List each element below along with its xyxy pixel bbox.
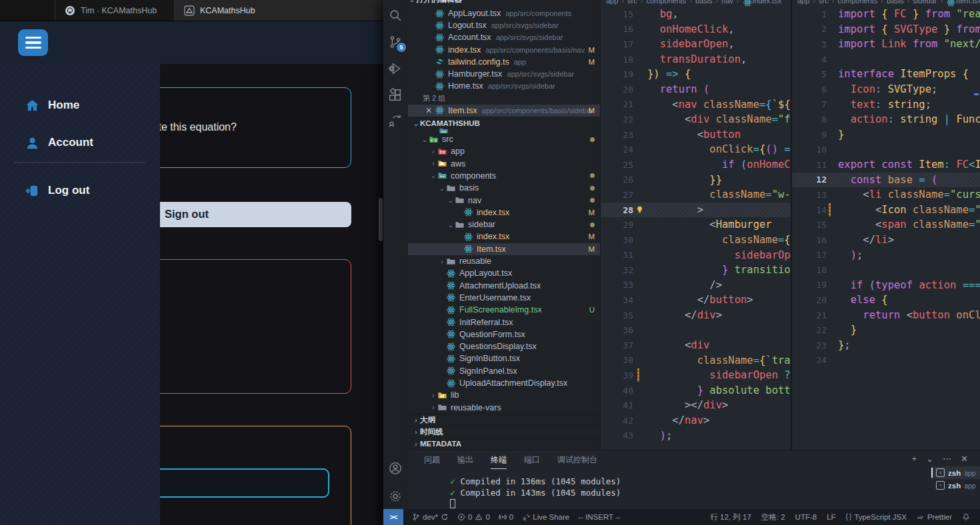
code-line[interactable]: 16 onHomeClick,	[601, 22, 791, 37]
code-line[interactable]: 13 <li className="curso	[792, 187, 980, 203]
browser-tab-github[interactable]: Tim · KCAMathsHub	[55, 0, 175, 21]
new-terminal-icon[interactable]: +	[912, 454, 917, 464]
code-line[interactable]: 31 sidebarOpen	[601, 248, 791, 263]
code-line[interactable]: 29 <Hamburger	[601, 217, 791, 233]
open-editor-item[interactable]: tailwind.config.tsappM	[408, 56, 601, 68]
breadcrumb-file[interactable]: index.tsx	[753, 0, 781, 5]
code-line[interactable]: 35 </div>	[601, 308, 791, 323]
code-line[interactable]: 24 onClick={() =>	[601, 142, 791, 157]
tree-row[interactable]: ⌄src	[408, 133, 601, 145]
code-line[interactable]: 40 } absolute botto	[601, 383, 791, 398]
code-line[interactable]: 8 action: string | Functi	[792, 112, 980, 127]
tree-row[interactable]: ⌄basis	[408, 182, 601, 194]
timeline-section[interactable]: ›时间线	[408, 426, 601, 437]
breadcrumb-item[interactable]: basis	[695, 0, 713, 5]
breadcrumb-file[interactable]: Item.tsx	[956, 0, 980, 5]
panel-tab-调试控制台[interactable]: 调试控制台	[557, 454, 597, 469]
sidebar-item-account[interactable]: Account	[0, 128, 160, 157]
git-branch-status[interactable]: dev*	[412, 513, 449, 521]
tree-row[interactable]: QuestionsDisplay.tsx	[408, 340, 601, 352]
close-panel-icon[interactable]: ✕	[961, 454, 968, 464]
code-line[interactable]: 38 className={`tran	[601, 353, 791, 368]
sidebar-item-home[interactable]: Home	[0, 91, 160, 120]
open-editor-item[interactable]: index.tsxapp/src/components/basis/navM	[408, 44, 601, 56]
code-line[interactable]: 26 }}	[601, 173, 791, 188]
code-line[interactable]: 19 if (typeof action ===	[792, 278, 980, 293]
more-actions-icon[interactable]: ⋯	[943, 454, 951, 464]
code-line[interactable]: 32 } transition	[601, 262, 791, 278]
live-share-status[interactable]: Live Share	[522, 513, 569, 521]
breadcrumb-item[interactable]: sidebar	[913, 0, 937, 5]
panel-tab-输出[interactable]: 输出	[457, 454, 473, 469]
open-editor-item[interactable]: Account.tsxapp/src/svgs/sidebar	[408, 31, 601, 43]
code-line[interactable]: 22 <div className="flex	[601, 112, 791, 127]
tree-row[interactable]: ›lib	[408, 389, 601, 401]
tree-row[interactable]: AttachmentUpload.tsx	[408, 280, 601, 292]
terminal-list-item[interactable]: ›zshapp	[931, 479, 980, 492]
close-icon[interactable]: ✕	[425, 106, 432, 115]
formatter-status[interactable]: Prettier	[917, 513, 952, 521]
project-section-header[interactable]: ⌄KCAMATHSHUB	[408, 117, 601, 129]
breadcrumb-item[interactable]: basis	[887, 0, 904, 5]
code-line[interactable]: 19}) => {	[601, 67, 791, 82]
browser-tab-app[interactable]: KCAMathsHub	[175, 0, 383, 21]
page-scrollbar[interactable]	[377, 64, 383, 525]
sidebar-item-logout[interactable]: Log out	[0, 176, 160, 205]
eol-status[interactable]: LF	[827, 513, 835, 521]
code-line[interactable]: 17 sidebarOpen,	[601, 37, 791, 52]
activity-run-debug[interactable]	[388, 61, 403, 76]
code-line[interactable]: 23};	[792, 338, 980, 353]
language-mode-status[interactable]: { } TypeScript JSX	[846, 513, 907, 521]
tree-row[interactable]: ›app	[408, 145, 601, 157]
tree-row[interactable]: FullScreenableImg.tsxU	[408, 304, 601, 316]
vim-mode-status[interactable]: -- INSERT --	[578, 513, 620, 521]
terminal-list-item[interactable]: ›zshapp	[931, 466, 980, 479]
code-line[interactable]: 15 bg,	[601, 7, 791, 22]
problems-status[interactable]: 0 0	[457, 513, 490, 521]
activity-account[interactable]	[388, 461, 403, 476]
ports-status[interactable]: 0	[499, 513, 513, 521]
encoding-status[interactable]: UTF-8	[795, 513, 817, 521]
activity-settings[interactable]	[388, 489, 403, 504]
panel-tab-端口[interactable]: 端口	[524, 454, 540, 469]
code-line[interactable]: 12 const base = (	[792, 173, 980, 188]
code-line[interactable]: 36	[601, 322, 791, 338]
open-editor-item[interactable]: ✕Item.tsxapp/src/components/basis/sideba…	[408, 105, 601, 117]
code-line[interactable]: 10	[792, 142, 980, 157]
tree-row[interactable]: EnterUsername.tsx	[408, 292, 601, 304]
code-line[interactable]: 41 ></div>	[601, 398, 791, 413]
code-line[interactable]: 18 transDuration,	[601, 52, 791, 67]
code-line[interactable]: 25 if (onHomeCli	[601, 157, 791, 173]
breadcrumb-item[interactable]: src	[819, 0, 829, 5]
code-area[interactable]: 15 bg,16 onHomeClick,17 sidebarOpen,18 t…	[601, 7, 791, 443]
panel-tab-问题[interactable]: 问题	[424, 454, 440, 469]
scrollbar-thumb[interactable]	[379, 198, 383, 241]
tree-row[interactable]: Item.tsxM	[408, 243, 601, 255]
code-line[interactable]: 16 </li>	[792, 233, 980, 248]
tree-row[interactable]: QuestionForm.tsx	[408, 328, 601, 340]
code-line[interactable]: 42 </nav>	[601, 413, 791, 428]
open-editors-header[interactable]: ⌄打开的编辑器	[408, 0, 601, 5]
tree-row[interactable]: ›reusable-vars	[408, 402, 601, 414]
open-editor-item[interactable]: Home.tsxapp/src/svgs/sidebar	[408, 80, 601, 92]
code-line[interactable]: 34 </button>	[601, 292, 791, 308]
panel-tab-终端[interactable]: 终端	[491, 454, 507, 469]
hamburger-menu-button[interactable]	[18, 29, 48, 56]
code-line[interactable]: 7 text: string;	[792, 97, 980, 113]
code-line[interactable]: 3import Link from "next/li	[792, 37, 980, 52]
code-line[interactable]: 20 else {	[792, 292, 980, 308]
lightbulb-icon[interactable]	[635, 205, 644, 214]
breadcrumb-item[interactable]: nav	[721, 0, 733, 5]
code-line[interactable]: 18	[792, 262, 980, 278]
breadcrumb-item[interactable]: components	[837, 0, 877, 5]
tree-row[interactable]: ⌄components	[408, 170, 601, 182]
notifications-bell[interactable]	[962, 513, 970, 521]
activity-extensions[interactable]	[388, 88, 403, 103]
code-line[interactable]: 17 );	[792, 248, 980, 263]
code-line[interactable]: 23 <button	[601, 127, 791, 143]
tree-row[interactable]: ⌄sidebar	[408, 219, 601, 231]
tree-row[interactable]: InitReferral.tsx	[408, 316, 601, 328]
outline-section[interactable]: ›大纲	[408, 414, 601, 425]
code-line[interactable]: 39 sidebarOpen ?	[601, 368, 791, 383]
breadcrumb-item[interactable]: app	[606, 0, 618, 5]
